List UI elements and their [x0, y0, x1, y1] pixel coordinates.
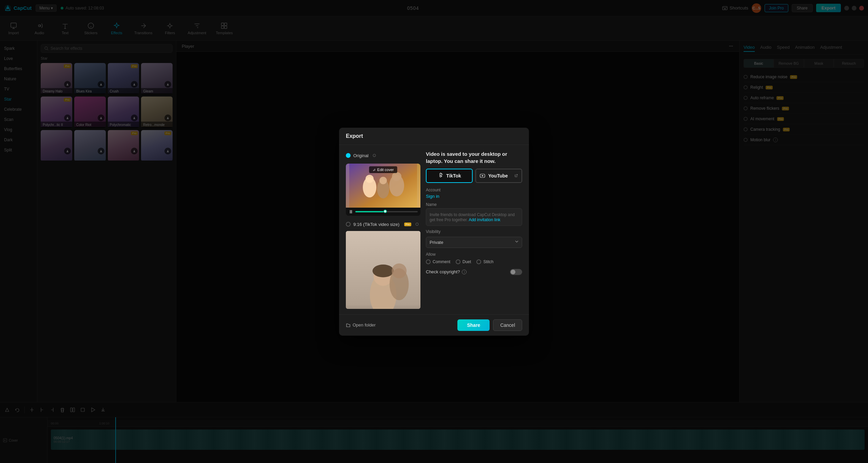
- svg-point-32: [379, 177, 387, 184]
- youtube-button[interactable]: YouTube: [475, 169, 522, 183]
- name-field[interactable]: Invite friends to download CapCut Deskto…: [426, 208, 522, 226]
- tiktok-preview: [346, 231, 420, 309]
- playback-bar: ⏸: [346, 208, 420, 216]
- svg-point-28: [366, 175, 374, 183]
- stitch-toggle[interactable]: [476, 259, 481, 264]
- info-icon: i: [373, 154, 376, 157]
- allow-comment[interactable]: Comment: [426, 259, 450, 264]
- edit-icon: [373, 168, 376, 171]
- visibility-label: Visibility: [426, 229, 522, 234]
- svg-text:i: i: [374, 155, 374, 157]
- visibility-selector: Private Public Friends: [426, 235, 522, 248]
- modal-body: Original i: [339, 145, 529, 314]
- copyright-info-icon: i: [462, 270, 467, 274]
- pro-badge: Pro: [404, 223, 411, 226]
- modal-footer: Open folder Share Cancel: [339, 314, 529, 336]
- success-message: Video is saved to your desktop or laptop…: [426, 150, 522, 165]
- allow-options: Comment Duet Stitch: [426, 259, 522, 264]
- allow-stitch[interactable]: Stitch: [476, 259, 493, 264]
- tiktok-video-thumb: [346, 231, 420, 309]
- pause-icon[interactable]: ⏸: [349, 209, 353, 214]
- format-tiktok[interactable]: 9:16 (TikTok video size) Pro: [346, 219, 420, 230]
- external-link-icon: [514, 174, 518, 178]
- youtube-icon: [479, 173, 486, 179]
- edit-cover-button[interactable]: Edit cover: [369, 166, 397, 173]
- allow-duet[interactable]: Duet: [456, 259, 471, 264]
- svg-point-30: [392, 172, 401, 181]
- name-label: Name: [426, 202, 522, 207]
- account-label: Account: [426, 188, 522, 192]
- tiktok-icon: [437, 173, 443, 179]
- svg-marker-43: [482, 175, 484, 176]
- folder-icon: [346, 323, 351, 328]
- modal-actions: Share Cancel: [457, 319, 522, 331]
- platform-buttons: TikTok YouTube: [426, 169, 522, 183]
- invite-link[interactable]: Add invitation link: [469, 217, 500, 222]
- format-original[interactable]: Original i: [346, 150, 420, 161]
- open-folder-button[interactable]: Open folder: [346, 322, 376, 328]
- toggle-knob: [511, 270, 515, 274]
- share-action-button[interactable]: Share: [457, 319, 490, 331]
- allow-section: Allow Comment Duet Stitch: [426, 252, 522, 264]
- original-preview: Edit cover ⏸: [346, 164, 420, 216]
- comment-toggle[interactable]: [426, 259, 431, 264]
- duet-toggle[interactable]: [456, 259, 460, 264]
- visibility-select[interactable]: Private Public Friends: [426, 237, 522, 248]
- tiktok-button[interactable]: TikTok: [426, 169, 473, 183]
- svg-point-33: [416, 223, 418, 226]
- cancel-button[interactable]: Cancel: [493, 319, 522, 331]
- video-frame-tiktok: [346, 231, 420, 309]
- svg-point-41: [392, 263, 407, 278]
- export-modal: Export Original i: [339, 128, 529, 336]
- modal-overlay[interactable]: Export Original i: [0, 0, 868, 463]
- progress-dot: [383, 210, 387, 213]
- modal-left: Original i: [346, 150, 420, 309]
- radio-tiktok[interactable]: [346, 222, 351, 227]
- sign-in-link[interactable]: Sign in: [426, 194, 522, 199]
- copyright-toggle[interactable]: [510, 269, 522, 275]
- copyright-row: Check copyright? i: [426, 269, 522, 275]
- progress-fill: [355, 211, 383, 212]
- modal-right: Video is saved to your desktop or laptop…: [426, 150, 522, 309]
- allow-label: Allow: [426, 252, 522, 257]
- progress-track[interactable]: [355, 211, 418, 212]
- svg-point-37: [373, 264, 394, 277]
- radio-original[interactable]: [346, 153, 351, 158]
- modal-header: Export: [339, 128, 529, 145]
- info-icon: [415, 223, 419, 226]
